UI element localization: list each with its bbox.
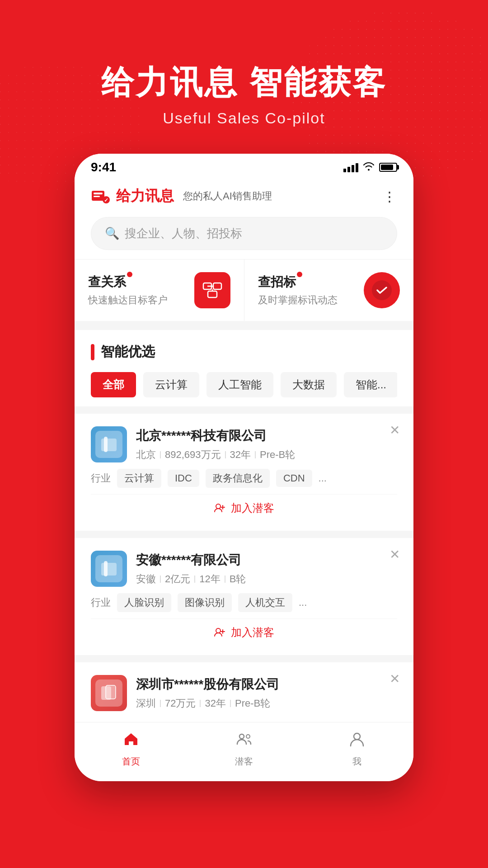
- wifi-icon: [363, 161, 375, 174]
- svg-rect-6: [213, 283, 221, 289]
- add-prospect-1[interactable]: 加入潜客: [91, 494, 397, 522]
- search-bar[interactable]: 🔍 搜企业、人物、招投标: [91, 217, 397, 250]
- nav-label-home: 首页: [122, 755, 140, 768]
- svg-point-13: [216, 504, 221, 509]
- nav-item-prospects[interactable]: 潜客: [188, 731, 300, 768]
- nav-item-me[interactable]: 我: [300, 731, 413, 768]
- bottom-nav: 首页 潜客: [75, 722, 413, 781]
- tag-1-4[interactable]: CDN: [276, 470, 312, 487]
- app-tagline: 您的私人AI销售助理: [183, 189, 272, 203]
- svg-rect-18: [106, 685, 116, 699]
- section-header: 智能优选: [91, 343, 397, 361]
- nav-label-me: 我: [352, 755, 361, 768]
- svg-rect-1: [94, 193, 103, 194]
- close-card-2[interactable]: ✕: [389, 547, 400, 562]
- svg-point-16: [216, 628, 221, 633]
- company-logo-1: [91, 426, 127, 462]
- svg-rect-15: [104, 561, 108, 576]
- company-header-2: 安徽******有限公司 安徽 2亿元 12年 B轮: [91, 551, 397, 587]
- app-name: 给力讯息: [116, 186, 174, 206]
- hero-subtitle: Useful Sales Co-pilot: [163, 109, 325, 127]
- app-header: ✓ 给力讯息 您的私人AI销售助理 ⋮: [75, 177, 413, 213]
- tags-row-2: 行业 人脸识别 图像识别 人机交互 ...: [91, 593, 397, 612]
- add-prospect-label-1: 加入潜客: [231, 501, 274, 515]
- company-card-1[interactable]: ✕ 北京******科技有限公司 北京: [75, 414, 413, 531]
- status-icons: [343, 161, 397, 174]
- svg-rect-7: [208, 291, 217, 297]
- tag-2-1[interactable]: 人脸识别: [117, 593, 171, 612]
- hero-title: 给力讯息 智能获客: [101, 63, 387, 102]
- tag-1-3[interactable]: 政务信息化: [206, 469, 270, 488]
- tab-smart[interactable]: 智能...: [344, 372, 397, 397]
- tags-row-1: 行业 云计算 IDC 政务信息化 CDN ...: [91, 469, 397, 488]
- signal-icon: [343, 162, 358, 172]
- bidding-title: 查招标: [258, 274, 296, 291]
- search-container: 🔍 搜企业、人物、招投标: [75, 213, 413, 259]
- status-time: 9:41: [91, 160, 116, 175]
- quick-actions: 查关系 快速触达目标客户 查招标 及时掌握标讯动态: [75, 259, 413, 321]
- search-input[interactable]: 搜企业、人物、招投标: [125, 226, 242, 241]
- bidding-icon: [364, 272, 400, 308]
- main-content: 智能优选 全部 云计算 人工智能 大数据 智能... ☰ ✕: [75, 321, 413, 722]
- add-prospect-2[interactable]: 加入潜客: [91, 618, 397, 646]
- company-meta-1: 北京 892,693万元 32年 Pre-B轮: [136, 448, 295, 462]
- more-menu-icon[interactable]: ⋮: [383, 189, 397, 204]
- title-bar-decoration: [91, 344, 94, 360]
- company-card-3[interactable]: ✕ 深圳市******股份有限公司 深圳: [75, 662, 413, 722]
- relations-title: 查关系: [88, 274, 126, 291]
- company-meta-2: 安徽 2亿元 12年 B轮: [136, 572, 246, 586]
- quick-action-bidding[interactable]: 查招标 及时掌握标讯动态: [244, 259, 414, 321]
- company-logo-2: [91, 551, 127, 587]
- tag-1-2[interactable]: IDC: [168, 470, 199, 487]
- svg-rect-14: [101, 563, 117, 576]
- company-name-3: 深圳市******股份有限公司: [136, 676, 279, 693]
- phone-frame: 9:41: [75, 154, 413, 781]
- close-card-1[interactable]: ✕: [389, 423, 400, 438]
- search-icon: 🔍: [105, 226, 119, 241]
- tab-ai[interactable]: 人工智能: [206, 372, 273, 397]
- tag-2-3[interactable]: 人机交互: [238, 593, 292, 612]
- bidding-subtitle: 及时掌握标讯动态: [258, 293, 338, 307]
- company-logo-3: [91, 675, 127, 711]
- tag-1-1[interactable]: 云计算: [117, 469, 161, 488]
- phone-mockup: 9:41: [0, 154, 488, 799]
- me-icon: [348, 731, 366, 752]
- company-header-1: 北京******科技有限公司 北京 892,693万元 32年 Pre-B轮: [91, 426, 397, 462]
- tag-2-2[interactable]: 图像识别: [178, 593, 232, 612]
- nav-label-prospects: 潜客: [235, 755, 253, 768]
- battery-icon: [379, 163, 397, 172]
- company-name-1: 北京******科技有限公司: [136, 427, 295, 444]
- smart-section: 智能优选 全部 云计算 人工智能 大数据 智能... ☰: [75, 330, 413, 406]
- svg-rect-12: [104, 437, 108, 452]
- relations-icon: [194, 272, 230, 308]
- prospects-icon: [235, 731, 253, 752]
- section-title-text: 智能优选: [101, 343, 155, 361]
- nav-item-home[interactable]: 首页: [75, 731, 188, 768]
- company-meta-3: 深圳 72万元 32年 Pre-B轮: [136, 697, 279, 710]
- svg-text:✓: ✓: [104, 197, 108, 203]
- company-header-3: 深圳市******股份有限公司 深圳 72万元 32年 Pre-B轮: [91, 675, 397, 711]
- svg-point-21: [354, 733, 360, 740]
- svg-point-20: [246, 735, 250, 738]
- company-name-2: 安徽******有限公司: [136, 552, 246, 569]
- app-logo-icon: ✓: [91, 186, 111, 206]
- tab-bigdata[interactable]: 大数据: [281, 372, 337, 397]
- svg-rect-11: [101, 439, 117, 451]
- svg-point-19: [239, 734, 244, 739]
- quick-action-relations[interactable]: 查关系 快速触达目标客户: [75, 259, 244, 321]
- category-tabs: 全部 云计算 人工智能 大数据 智能... ☰: [91, 372, 397, 406]
- home-icon: [122, 731, 140, 752]
- svg-rect-2: [94, 196, 100, 197]
- svg-point-10: [372, 280, 392, 300]
- app-logo: ✓ 给力讯息 您的私人AI销售助理: [91, 186, 272, 206]
- tab-cloud[interactable]: 云计算: [143, 372, 199, 397]
- status-bar: 9:41: [75, 154, 413, 177]
- add-prospect-label-2: 加入潜客: [231, 625, 274, 640]
- close-card-3[interactable]: ✕: [389, 671, 400, 686]
- relations-subtitle: 快速触达目标客户: [88, 293, 168, 307]
- tab-all[interactable]: 全部: [91, 372, 136, 397]
- company-card-2[interactable]: ✕ 安徽******有限公司 安徽: [75, 538, 413, 655]
